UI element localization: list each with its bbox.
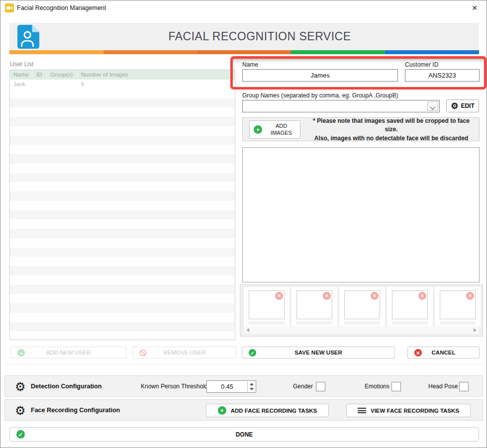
user-list-row[interactable] xyxy=(10,257,235,266)
user-list-cell xyxy=(10,313,33,322)
add-face-recording-tasks-button[interactable]: + ADD FACE RECORDING TASKS xyxy=(206,404,329,417)
user-list-row[interactable] xyxy=(10,201,235,210)
spinner-up-icon[interactable] xyxy=(250,383,254,385)
user-list-table: Name ID Group(s) Number of Images Jack5 xyxy=(9,70,235,340)
user-list-row[interactable] xyxy=(10,173,235,182)
user-list-row[interactable] xyxy=(10,182,235,191)
user-list-row[interactable] xyxy=(10,294,235,303)
user-list-cell xyxy=(47,248,78,257)
user-list-row[interactable] xyxy=(10,98,235,108)
user-list-row[interactable] xyxy=(10,248,235,257)
user-list-row[interactable] xyxy=(10,145,235,154)
user-list-row[interactable] xyxy=(10,322,235,332)
user-list-cell xyxy=(47,238,78,248)
name-input[interactable] xyxy=(242,69,398,82)
add-images-panel: + ADDIMAGES * Please note that images sa… xyxy=(242,117,480,141)
user-list-row[interactable] xyxy=(10,275,235,285)
cancel-label: CANCEL xyxy=(408,347,479,358)
user-list-row[interactable] xyxy=(10,303,235,313)
user-list-row[interactable] xyxy=(10,238,235,248)
user-list-row[interactable] xyxy=(10,266,235,275)
spinner-arrows[interactable] xyxy=(247,381,256,392)
column-header-num-images[interactable]: Number of Images xyxy=(78,70,235,80)
user-list-row[interactable] xyxy=(10,117,235,126)
customer-id-input[interactable] xyxy=(405,69,480,82)
add-face-recording-tasks-label: ADD FACE RECORDING TASKS xyxy=(231,408,317,414)
user-list-cell xyxy=(47,136,78,145)
user-list-cell xyxy=(33,285,47,294)
delete-thumbnail-icon[interactable]: ✕ xyxy=(418,292,426,300)
add-images-button[interactable]: + ADDIMAGES xyxy=(249,120,300,139)
add-new-user-button[interactable]: + ADD NEW USER xyxy=(10,347,126,358)
user-list-cell xyxy=(78,201,235,210)
done-button[interactable]: ✓ DONE xyxy=(9,427,479,442)
user-list-cell xyxy=(78,145,235,154)
user-list-cell xyxy=(10,107,33,117)
user-list-cell xyxy=(78,89,235,98)
emotions-checkbox[interactable] xyxy=(391,382,401,391)
user-list-cell xyxy=(33,164,47,173)
detection-configuration-bar: ⚙ Detection Configuration Known Person T… xyxy=(4,375,483,397)
user-list-row[interactable] xyxy=(10,164,235,173)
gender-checkbox[interactable] xyxy=(316,382,325,391)
user-list-row[interactable] xyxy=(10,219,235,229)
user-list-row[interactable] xyxy=(10,285,235,294)
user-list-cell xyxy=(47,294,78,303)
user-list-cell xyxy=(47,182,78,191)
spinner-down-icon[interactable] xyxy=(250,388,254,390)
column-header-groups[interactable]: Group(s) xyxy=(47,70,78,80)
group-names-combobox[interactable] xyxy=(242,100,440,112)
column-header-name[interactable]: Name xyxy=(10,70,33,80)
user-list-row[interactable] xyxy=(10,107,235,117)
remove-user-button[interactable]: REMOVE USER xyxy=(132,347,237,358)
user-list-row[interactable] xyxy=(10,313,235,322)
delete-thumbnail-icon[interactable]: ✕ xyxy=(371,292,379,300)
scroll-left-icon[interactable] xyxy=(246,328,249,332)
delete-thumbnail-icon[interactable]: ✕ xyxy=(466,292,474,300)
user-list-cell xyxy=(47,89,78,98)
user-list-cell xyxy=(47,257,78,266)
user-list-cell xyxy=(33,201,47,210)
threshold-input[interactable] xyxy=(207,381,247,392)
images-note: * Please note that images saved will be … xyxy=(306,118,476,142)
close-icon[interactable]: ✕ xyxy=(469,0,481,15)
edit-button[interactable]: ⚙ EDIT xyxy=(446,99,479,112)
user-list-row[interactable] xyxy=(10,331,235,340)
user-list-row[interactable]: Jack5 xyxy=(10,80,235,89)
gear-icon: ⚙ xyxy=(15,376,26,397)
accent-segment xyxy=(385,50,479,54)
user-list-cell xyxy=(47,322,78,332)
scroll-right-icon[interactable] xyxy=(474,328,477,332)
thumbnail-scrollbar[interactable] xyxy=(244,326,479,334)
threshold-spinner[interactable] xyxy=(206,380,256,393)
plus-icon: + xyxy=(218,406,226,415)
user-list-cell xyxy=(33,266,47,275)
column-header-id[interactable]: ID xyxy=(33,70,47,80)
user-list-cell xyxy=(47,164,78,173)
user-list-cell xyxy=(78,126,235,136)
user-list-row[interactable] xyxy=(10,191,235,201)
view-face-recording-tasks-button[interactable]: VIEW FACE RECORDING TASKS xyxy=(346,404,471,417)
user-list-cell xyxy=(78,285,235,294)
user-list-cell xyxy=(33,173,47,182)
save-new-user-button[interactable]: ✓ SAVE NEW USER xyxy=(242,347,395,358)
delete-thumbnail-icon[interactable]: ✕ xyxy=(323,292,331,300)
user-list-cell xyxy=(10,266,33,275)
group-names-input[interactable] xyxy=(243,100,427,112)
user-list-row[interactable] xyxy=(10,210,235,220)
delete-thumbnail-icon[interactable]: ✕ xyxy=(275,292,283,300)
cancel-button[interactable]: ✕ CANCEL xyxy=(407,347,480,358)
user-list-cell xyxy=(33,191,47,201)
user-list-cell xyxy=(33,145,47,154)
user-list-row[interactable] xyxy=(10,229,235,238)
user-list-row[interactable] xyxy=(10,126,235,136)
thumbnail-strip: ✕✕✕✕✕ xyxy=(244,287,481,327)
head-pose-checkbox[interactable] xyxy=(459,382,469,391)
user-list-cell xyxy=(10,98,33,108)
user-list-cell xyxy=(78,98,235,108)
user-list-row[interactable] xyxy=(10,136,235,145)
user-list-row[interactable] xyxy=(10,89,235,98)
dropdown-button[interactable] xyxy=(427,101,438,111)
user-list-cell xyxy=(10,145,33,154)
user-list-row[interactable] xyxy=(10,154,235,164)
